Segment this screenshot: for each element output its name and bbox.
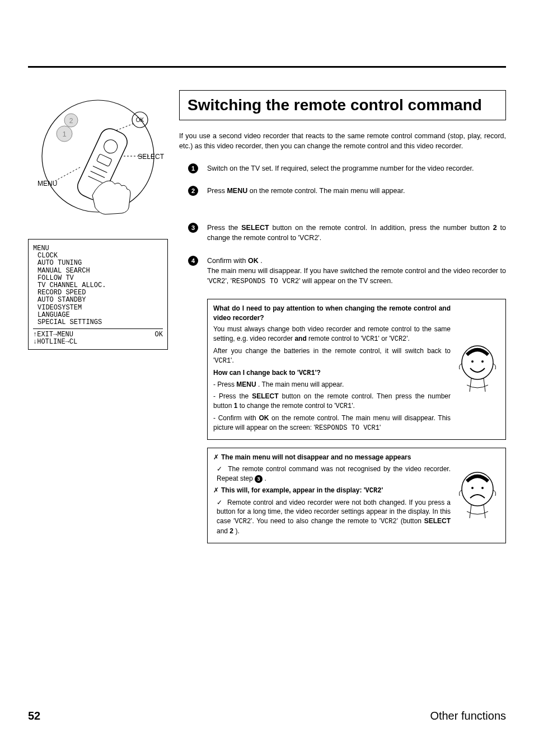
menu-label: MENU [38,180,57,187]
svg-point-19 [471,487,474,489]
step-4-text: Confirm with OK . The main menu will dis… [207,256,506,287]
faq-line: - Press MENU . The main menu will appear… [213,380,451,389]
section-title-box: Switching the remote control command [179,90,506,120]
step-3-text: Press the SELECT button on the remote co… [207,223,506,243]
trouble-answer: The remote control command was not recog… [213,464,451,483]
step-number-icon: 3 [255,475,263,483]
faq-answer: After you change the batteries in the re… [213,346,451,366]
step-number-icon: 3 [188,223,198,233]
svg-point-16 [471,360,474,363]
header-rule [28,66,506,68]
faq-line: - Press the SELECT button on the remote … [213,392,451,411]
happy-face-icon [455,304,500,435]
info-box-troubleshoot: The main menu will not disappear and no … [207,448,506,543]
info-box-faq: What do I need to pay attention to when … [207,299,506,440]
step-number-icon: 2 [188,186,198,196]
osd-item: MANUAL SEARCH [38,267,163,275]
intro-text: If you use a second video recorder that … [179,132,506,151]
faq-line: - Confirm with OK on the remote control.… [213,414,451,433]
faq-answer: You must always change both video record… [213,325,451,344]
osd-item: SPECIAL SETTINGS [38,319,163,326]
page-footer: 52 Other functions [28,710,506,722]
trouble-heading-2: This will, for example, appear in the di… [213,486,451,496]
osd-item: FOLLOW TV [38,275,163,282]
section-name: Other functions [430,710,506,722]
osd-footer-right: OK [155,331,163,346]
trouble-answer: Remote control and video recorder were n… [213,498,451,536]
page-layout: OK SELECT MENU [28,90,506,551]
osd-item: AUTO STANDBY [38,297,163,304]
osd-item: AUTO TUNING [38,260,163,267]
svg-line-4 [54,167,80,181]
step-4: 4 Confirm with OK . The main menu will d… [179,256,506,287]
sad-face-icon [455,453,500,538]
remote-illustration: OK SELECT MENU [28,95,168,223]
step-number-icon: 1 [188,163,198,173]
faq-question-1: What do I need to pay attention to when … [213,304,451,322]
osd-menu-screenshot: MENU CLOCK AUTO TUNING MANUAL SEARCH FOL… [28,239,168,350]
trouble-heading-1: The main menu will not disappear and no … [213,453,451,462]
page-number: 52 [28,710,40,722]
step-number-icon: 4 [188,256,198,266]
faq-question-2: How can I change back to 'VCR1'? [213,368,451,378]
step-2: 2 Press MENU on the remote control. The … [179,186,506,196]
step-1-text: Switch on the TV set. If required, selec… [207,163,506,173]
step-3: 3 Press the SELECT button on the remote … [179,223,506,243]
osd-footer-left: ↓HOTLINE→CL [33,339,77,346]
section-title: Switching the remote control command [188,96,498,114]
osd-item: LANGUAGE [38,312,163,319]
left-column: OK SELECT MENU [28,90,168,551]
step-1: 1 Switch on the TV set. If required, sel… [179,163,506,173]
svg-text:1: 1 [62,130,66,138]
svg-point-20 [481,487,484,489]
osd-item: VIDEOSYSTEM [38,304,163,312]
right-column: Switching the remote control command If … [179,90,506,551]
select-label: SELECT [138,153,164,161]
svg-point-17 [481,360,484,363]
ok-label: OK [136,117,144,123]
svg-text:2: 2 [69,117,73,125]
step-2-text: Press MENU on the remote control. The ma… [207,186,506,196]
